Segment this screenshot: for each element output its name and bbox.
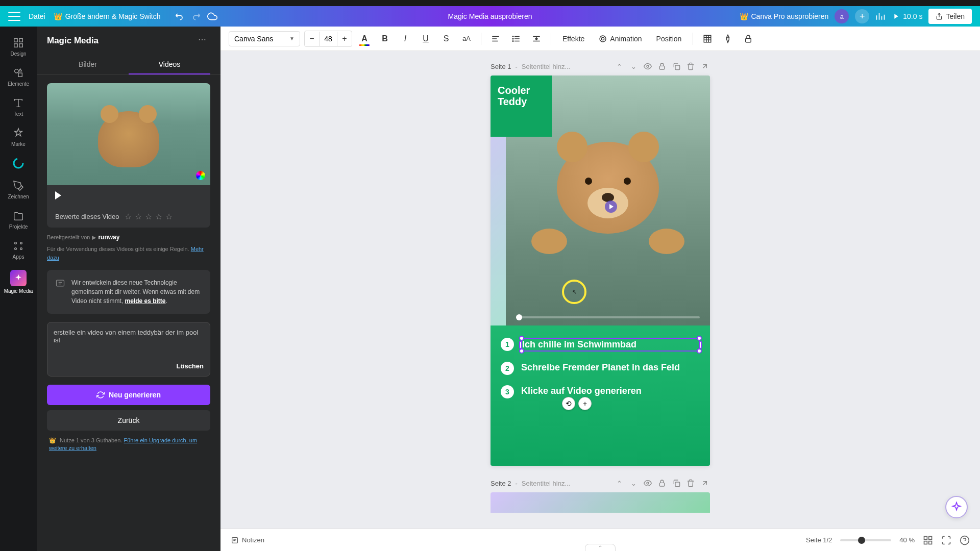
file-menu[interactable]: Datei [29, 12, 45, 20]
transparency-button[interactable] [699, 31, 716, 47]
star-4[interactable]: ☆ [155, 212, 162, 221]
prompt-input[interactable]: erstelle ein video von einem teddybär de… [47, 322, 210, 377]
rail-brand[interactable]: Marke [3, 123, 34, 151]
animation-button[interactable]: Animation [594, 32, 647, 46]
lock-button[interactable] [740, 31, 756, 47]
page-indicator[interactable]: Seite 1/2 [806, 536, 832, 544]
selection-handle[interactable] [519, 341, 522, 349]
play-pause-icon[interactable] [605, 201, 617, 213]
page-down-icon[interactable]: ⌄ [628, 478, 639, 488]
selection-handle[interactable] [519, 336, 524, 341]
more-icon[interactable]: ⋯ [198, 35, 210, 47]
rail-design[interactable]: Design [3, 33, 34, 61]
step-1-text[interactable]: Ich chille im Schwimmbad [521, 338, 700, 352]
strikethrough-button[interactable]: S [438, 31, 454, 47]
rail-draw[interactable]: Zeichnen [3, 176, 34, 204]
zoom-slider[interactable] [840, 539, 891, 541]
expand-page-icon[interactable] [700, 61, 710, 71]
credits-text: 👑 Nutze 1 von 3 Guthaben. Führe ein Upgr… [47, 437, 210, 453]
cloud-sync-icon[interactable] [207, 11, 217, 21]
list-button[interactable] [508, 31, 524, 47]
add-collaborator-button[interactable]: + [855, 9, 869, 23]
rail-elements[interactable]: Elemente [3, 63, 34, 91]
duplicate-page-icon[interactable] [671, 478, 681, 488]
selection-handle[interactable] [519, 348, 524, 354]
expand-page-icon[interactable] [700, 478, 710, 488]
font-select[interactable]: Canva Sans ▼ [229, 31, 300, 46]
clear-button[interactable]: Löschen [54, 362, 204, 370]
text-color-button[interactable]: A [356, 31, 373, 47]
rotate-button[interactable]: ⟲ [562, 397, 575, 410]
duration-button[interactable]: 10.0 s [892, 12, 922, 20]
pro-cta[interactable]: 👑 Canva Pro ausprobieren [740, 12, 829, 20]
user-avatar[interactable]: a [835, 9, 849, 23]
zoom-handle[interactable] [858, 537, 865, 544]
generate-button[interactable]: Neu generieren [47, 385, 210, 405]
insights-icon[interactable] [875, 11, 886, 21]
video-thumbnail[interactable] [47, 83, 210, 185]
resize-magic-switch[interactable]: 👑 Größe ändern & Magic Switch [54, 12, 161, 20]
rail-projects[interactable]: Projekte [3, 206, 34, 234]
notes-button[interactable]: Notizen [231, 536, 264, 544]
underline-button[interactable]: U [418, 31, 434, 47]
duplicate-page-icon[interactable] [671, 61, 681, 71]
assistant-fab[interactable] [945, 496, 968, 518]
step-2-text[interactable]: Schreibe Fremder Planet in das Feld [521, 362, 700, 373]
fullscreen-icon[interactable] [941, 535, 951, 545]
step-3-text[interactable]: Klicke auf Video generieren [521, 385, 700, 397]
tab-videos[interactable]: Videos [129, 55, 210, 74]
font-size-input[interactable]: 48 [319, 32, 337, 46]
italic-button[interactable]: I [397, 31, 413, 47]
copy-style-button[interactable] [720, 31, 736, 47]
page-2-canvas[interactable] [491, 492, 710, 513]
rail-magic-media[interactable]: Magic Media [3, 266, 34, 298]
lock-page-icon[interactable] [657, 61, 667, 71]
effects-button[interactable]: Effekte [557, 32, 590, 46]
redo-icon[interactable] [191, 11, 201, 21]
progress-handle[interactable] [516, 314, 522, 320]
selection-handle[interactable] [697, 336, 702, 341]
tab-images[interactable]: Bilder [47, 55, 129, 74]
star-5[interactable]: ☆ [165, 212, 173, 221]
page-up-icon[interactable]: ⌃ [614, 61, 624, 71]
page-title-input[interactable]: Seitentitel hinz... [522, 63, 570, 70]
page-title-input[interactable]: Seitentitel hinz... [522, 480, 570, 487]
decrease-size-button[interactable]: − [305, 31, 319, 46]
bold-button[interactable]: B [377, 31, 393, 47]
video-progress-bar[interactable] [516, 316, 700, 318]
spacing-button[interactable] [528, 31, 545, 47]
page-up-icon[interactable]: ⌃ [614, 478, 624, 488]
play-button[interactable] [47, 185, 210, 206]
page-canvas[interactable]: Cooler Teddy ↖ 1 Ich chille im Schwimmba… [491, 76, 710, 466]
case-button[interactable]: aA [458, 31, 475, 47]
align-button[interactable] [487, 31, 504, 47]
selection-handle[interactable] [699, 341, 702, 349]
title-text[interactable]: Cooler Teddy [498, 85, 545, 107]
menu-icon[interactable] [8, 12, 20, 21]
page-down-icon[interactable]: ⌄ [628, 61, 639, 71]
visibility-icon[interactable] [643, 478, 653, 488]
report-link[interactable]: melde es bitte [125, 297, 165, 305]
selection-handle[interactable] [697, 348, 702, 354]
document-title[interactable]: Magic Media ausprobieren [448, 12, 532, 20]
delete-page-icon[interactable] [685, 478, 696, 488]
share-button[interactable]: Teilen [928, 9, 972, 24]
rail-text[interactable]: Text [3, 93, 34, 121]
add-button[interactable]: + [578, 397, 592, 410]
zoom-value[interactable]: 40 % [899, 536, 915, 544]
star-3[interactable]: ☆ [145, 212, 152, 221]
delete-page-icon[interactable] [685, 61, 696, 71]
visibility-icon[interactable] [643, 61, 653, 71]
star-1[interactable]: ☆ [125, 212, 132, 221]
help-icon[interactable] [960, 535, 970, 545]
rail-apps[interactable]: Apps [3, 236, 34, 264]
position-button[interactable]: Position [651, 32, 687, 46]
back-button[interactable]: Zurück [47, 410, 210, 431]
grid-view-icon[interactable] [923, 535, 933, 545]
lock-page-icon[interactable] [657, 478, 667, 488]
star-2[interactable]: ☆ [135, 212, 142, 221]
increase-size-button[interactable]: + [337, 31, 352, 46]
svg-rect-25 [704, 35, 712, 42]
rail-magic-circle[interactable] [3, 153, 34, 173]
undo-icon[interactable] [175, 11, 185, 21]
